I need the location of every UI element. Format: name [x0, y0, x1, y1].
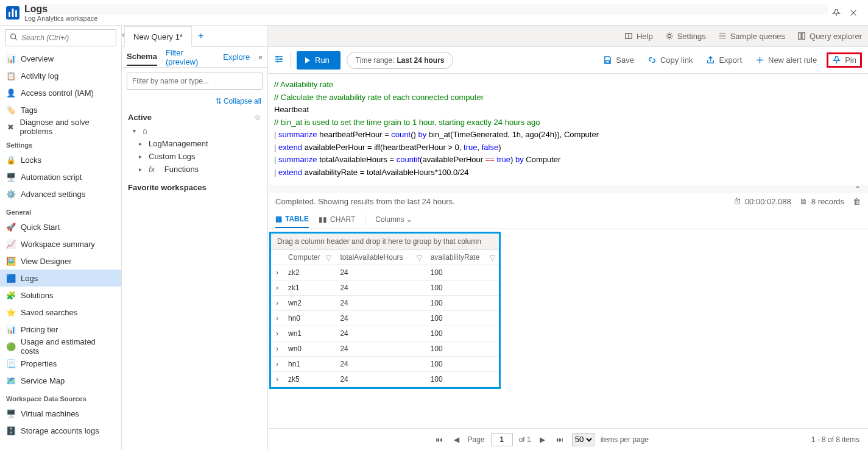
nav-properties[interactable]: 📃Properties — [0, 355, 121, 372]
help-link[interactable]: Help — [618, 26, 659, 46]
new-alert-button[interactable]: New alert rule — [752, 53, 820, 67]
export-button[interactable]: Export — [702, 53, 746, 67]
query-editor[interactable]: // Availability rate // Calculate the av… — [268, 74, 868, 185]
expand-row-icon[interactable]: › — [271, 372, 283, 387]
col-label: totalAvailableHours — [340, 253, 403, 262]
vm-icon: 🖥️ — [6, 409, 16, 418]
nav-iam[interactable]: 👤Access control (IAM) — [0, 84, 121, 101]
expand-row-icon[interactable]: › — [271, 311, 283, 326]
records-value: 8 records — [811, 197, 844, 206]
cell-computer: zk1 — [283, 280, 335, 296]
expand-row-icon[interactable]: › — [271, 280, 283, 296]
svg-point-8 — [277, 56, 278, 58]
collapse-all-button[interactable]: ⇅ Collapse all — [122, 95, 267, 108]
columns-dropdown[interactable]: Columns ⌄ — [375, 215, 412, 224]
filter-icon[interactable]: ▽ — [417, 254, 422, 262]
group-hint[interactable]: Drag a column header and drop it here to… — [271, 234, 499, 250]
nav-servicemap[interactable]: 🗺️Service Map — [0, 372, 121, 389]
tree-node-custom[interactable]: ▸Custom Logs — [139, 150, 261, 163]
collapse-all-label: Collapse all — [224, 97, 261, 105]
nav-usage[interactable]: 🟢Usage and estimated costs — [0, 338, 121, 355]
nav-saved-searches[interactable]: ⭐Saved searches — [0, 304, 121, 321]
table-row[interactable]: ›wn024100 — [271, 341, 499, 357]
explore-tab[interactable]: Explore — [223, 49, 250, 65]
nav-label: Pricing tier — [21, 325, 58, 334]
nav-advanced[interactable]: ⚙️Advanced settings — [0, 185, 121, 202]
table-row[interactable]: ›hn024100 — [271, 311, 499, 326]
pager-last-icon[interactable]: ⏭ — [554, 435, 566, 444]
settings-link[interactable]: Settings — [659, 26, 712, 46]
query-tab[interactable]: New Query 1* — [124, 26, 192, 47]
expand-row-icon[interactable]: › — [271, 341, 283, 357]
pager-prev-icon[interactable]: ◀ — [451, 435, 462, 444]
filter-tab[interactable]: Filter (preview) — [166, 45, 214, 70]
schema-filter-input[interactable] — [127, 73, 263, 90]
nav-label: Tags — [21, 105, 37, 115]
table-row[interactable]: ›zk524100 — [271, 372, 499, 387]
nav-logs[interactable]: 🟦Logs — [0, 270, 121, 287]
nav-diagnose[interactable]: ✖Diagnose and solve problems — [0, 118, 121, 135]
table-row[interactable]: ›zk224100 — [271, 265, 499, 280]
expand-results-icon[interactable]: ⌃ — [268, 185, 868, 193]
collapse-schema-icon[interactable]: « — [258, 53, 263, 62]
nav-automation[interactable]: 🖥️Automation script — [0, 168, 121, 185]
chart-view-tab[interactable]: ▮▮CHART — [319, 212, 355, 227]
nav-pricing[interactable]: 📊Pricing tier — [0, 321, 121, 338]
nav-quickstart[interactable]: 🚀Quick Start — [0, 218, 121, 235]
copy-link-button[interactable]: Copy link — [644, 53, 696, 67]
page-input[interactable] — [491, 433, 513, 446]
nav-search-input[interactable] — [5, 29, 116, 46]
filter-icon[interactable]: ▽ — [490, 254, 495, 262]
table-row[interactable]: ›wn124100 — [271, 326, 499, 341]
tree-node-root[interactable]: ▾⌂ — [128, 124, 261, 137]
caret-icon: ▸ — [139, 166, 145, 173]
filter-icon[interactable]: ▽ — [326, 254, 331, 262]
nav-activity[interactable]: 📋Activity log — [0, 67, 121, 84]
add-tab-button[interactable]: + — [192, 26, 210, 46]
col-rate[interactable]: availabilityRate▽ — [426, 250, 499, 265]
page-label: Page — [468, 435, 485, 444]
nav-view-designer[interactable]: 🖼️View Designer — [0, 252, 121, 270]
pin-blade-icon[interactable] — [828, 4, 845, 21]
table-row[interactable]: ›zk124100 — [271, 280, 499, 296]
pin-button[interactable]: Pin — [827, 52, 862, 68]
favorite-star-icon[interactable]: ☆ — [254, 113, 261, 122]
storage-icon: 🗄️ — [6, 426, 16, 435]
nav-solutions[interactable]: 🧩Solutions — [0, 287, 121, 304]
expand-row-icon[interactable]: › — [271, 265, 283, 280]
nav-locks[interactable]: 🔒Locks — [0, 151, 121, 168]
nav-storage-logs[interactable]: 🗄️Storage accounts logs — [0, 422, 121, 439]
samples-link[interactable]: Sample queries — [712, 26, 791, 46]
col-computer[interactable]: Computer▽ — [283, 250, 335, 265]
nav-tags[interactable]: 🏷️Tags — [0, 101, 121, 118]
nav-label: Automation script — [21, 173, 82, 182]
table-row[interactable]: ›hn124100 — [271, 357, 499, 372]
time-range-picker[interactable]: Time range:Last 24 hours — [347, 52, 454, 69]
tree-node-functions[interactable]: ▸fx Functions — [139, 163, 261, 176]
schema-tab[interactable]: Schema — [127, 48, 157, 66]
nav-overview[interactable]: 📊Overview — [0, 50, 121, 67]
query-toolbar: Run Time range:Last 24 hours Save Copy l… — [268, 47, 868, 74]
col-total[interactable]: totalAvailableHours▽ — [335, 250, 425, 265]
close-icon[interactable] — [845, 4, 862, 21]
pager-next-icon[interactable]: ▶ — [537, 435, 548, 444]
nav-workspace-summary[interactable]: 📈Workspace summary — [0, 235, 121, 252]
expand-row-icon[interactable]: › — [271, 296, 283, 311]
options-icon[interactable] — [274, 54, 284, 66]
expand-row-icon[interactable]: › — [271, 326, 283, 341]
nav-label: Workspace summary — [21, 240, 95, 249]
table-row[interactable]: ›wn224100 — [271, 296, 499, 311]
run-button[interactable]: Run — [297, 51, 340, 70]
expand-row-icon[interactable]: › — [271, 357, 283, 372]
tree-node-logmgmt[interactable]: ▸LogManagement — [139, 137, 261, 150]
page-size-select[interactable]: 50 — [572, 433, 595, 446]
result-tabs: ▦TABLE ▮▮CHART Columns ⌄ — [268, 210, 868, 229]
query-explorer-link[interactable]: Query explorer — [791, 26, 868, 46]
table-view-tab[interactable]: ▦TABLE — [275, 211, 309, 228]
nav-vms[interactable]: 🖥️Virtual machines — [0, 405, 121, 422]
delete-results-icon[interactable]: 🗑 — [853, 197, 861, 206]
save-button[interactable]: Save — [599, 53, 638, 67]
nav-label: Advanced settings — [21, 190, 85, 199]
cell-total: 24 — [335, 326, 425, 341]
pager-first-icon[interactable]: ⏮ — [433, 435, 445, 444]
